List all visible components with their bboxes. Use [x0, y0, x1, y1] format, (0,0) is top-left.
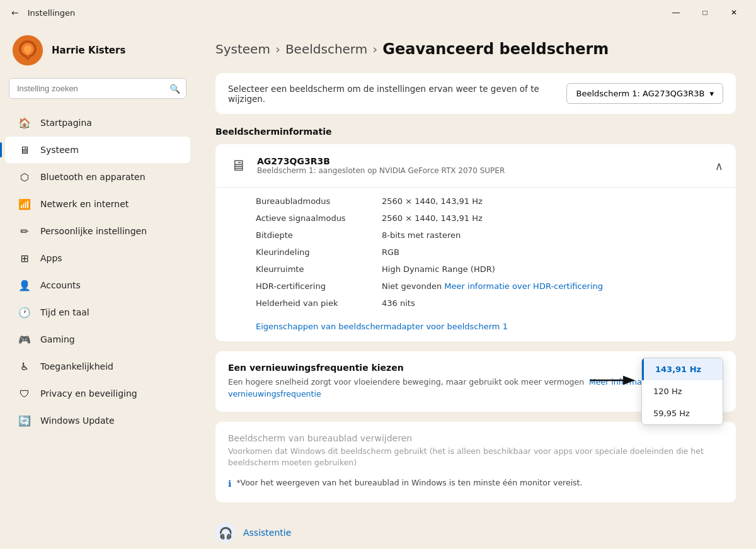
info-label-6: Helderheid van piek: [256, 298, 382, 308]
info-value-1: 2560 × 1440, 143,91 Hz: [382, 213, 723, 223]
monitor-dropdown[interactable]: Beeldscherm 1: AG273QG3R3B ▾: [566, 83, 723, 104]
privacy-icon: 🛡: [18, 387, 32, 400]
sidebar-item-toegankelijkheid[interactable]: ♿ Toegankelijkheid: [5, 353, 190, 380]
sidebar-item-apps[interactable]: ⊞ Apps: [5, 245, 190, 271]
assistant-bar: 🎧 Assistentie: [215, 512, 736, 548]
monitor-model-sub: Beeldscherm 1: aangesloten op NVIDIA GeF…: [257, 166, 505, 175]
sidebar-item-accounts[interactable]: 👤 Accounts: [5, 272, 190, 298]
info-value-5: Niet gevonden Meer informatie over HDR-c…: [382, 281, 723, 291]
nav-label-persoonlijk: Persoonlijke instellingen: [40, 226, 178, 236]
adapter-link-anchor[interactable]: Eigenschappen van beeldschermadapter voo…: [256, 322, 508, 331]
monitor-icon: 🖥: [228, 156, 248, 176]
info-note: ℹ *Voor het weergeven van het bureaublad…: [228, 475, 723, 491]
hdr-cert-link[interactable]: Meer informatie over HDR-certificering: [444, 281, 603, 291]
sidebar-item-bluetooth[interactable]: ⬡ Bluetooth en apparaten: [5, 164, 190, 190]
sidebar-item-startpagina[interactable]: 🏠 Startpagina: [5, 110, 190, 136]
table-row: Helderheid van piek436 nits: [215, 295, 736, 312]
nav-label-privacy: Privacy en beveiliging: [40, 388, 178, 399]
adapter-link[interactable]: Eigenschappen van beeldschermadapter voo…: [215, 317, 736, 341]
systeem-icon: 🖥: [18, 143, 32, 157]
nav-label-systeem: Systeem: [40, 145, 178, 155]
maximize-button[interactable]: □: [690, 3, 719, 23]
nav-label-netwerk: Netwerk en internet: [40, 199, 178, 209]
back-button[interactable]: ←: [8, 6, 23, 19]
breadcrumb-systeem[interactable]: Systeem: [215, 42, 270, 57]
breadcrumb: Systeem › Beeldscherm › Geavanceerd beel…: [215, 40, 736, 58]
titlebar-left: ← Instellingen: [8, 6, 75, 19]
remove-card-title: Beeldscherm van bureaublad verwijderen: [228, 433, 723, 443]
breadcrumb-sep-2: ›: [372, 42, 377, 57]
arrow-indicator: [588, 368, 638, 395]
info-label-4: Kleurruimte: [256, 264, 382, 274]
sidebar-item-netwerk[interactable]: 📶 Netwerk en internet: [5, 191, 190, 217]
table-row: HDR-certificeringNiet gevonden Meer info…: [215, 278, 736, 295]
display-info-card: 🖥 AG273QG3R3B Beeldscherm 1: aangesloten…: [215, 144, 736, 341]
startpagina-icon: 🏠: [18, 116, 32, 130]
table-row: Bureaubladmodus2560 × 1440, 143,91 Hz: [215, 193, 736, 210]
minimize-button[interactable]: —: [662, 3, 690, 23]
refresh-option[interactable]: 143,91 Hz: [642, 358, 723, 380]
remove-card-desc: Voorkomen dat Windows dit beeldscherm ge…: [228, 446, 723, 470]
username-label: Harrie Kisters: [52, 45, 125, 56]
refresh-option[interactable]: 120 Hz: [642, 380, 723, 402]
card-collapse-icon[interactable]: ∧: [715, 159, 723, 173]
netwerk-icon: 📶: [18, 197, 32, 211]
titlebar-title: Instellingen: [28, 8, 76, 18]
table-row: KleurruimteHigh Dynamic Range (HDR): [215, 261, 736, 278]
sidebar-item-privacy[interactable]: 🛡 Privacy en beveiliging: [5, 380, 190, 407]
avatar: [13, 35, 43, 65]
sidebar-item-windows-update[interactable]: 🔄 Windows Update: [5, 407, 190, 434]
info-label-1: Actieve signaalmodus: [256, 213, 382, 223]
persoonlijk-icon: ✏️: [18, 224, 32, 238]
table-row: Bitdiepte8-bits met rasteren: [215, 227, 736, 244]
display-info-table: Bureaubladmodus2560 × 1440, 143,91 HzAct…: [215, 188, 736, 317]
search-bar[interactable]: 🔍: [9, 78, 186, 99]
info-value-6: 436 nits: [382, 298, 723, 308]
remove-desktop-card: Beeldscherm van bureaublad verwijderen V…: [215, 422, 736, 503]
info-value-3: RGB: [382, 247, 723, 257]
info-value-0: 2560 × 1440, 143,91 Hz: [382, 196, 723, 206]
monitor-selector-bar: Selecteer een beeldscherm om de instelli…: [215, 73, 736, 114]
apps-icon: ⊞: [18, 251, 32, 265]
sidebar-item-tijd[interactable]: 🕐 Tijd en taal: [5, 299, 190, 325]
display-info-card-header: 🖥 AG273QG3R3B Beeldscherm 1: aangesloten…: [215, 144, 736, 188]
breadcrumb-beeldscherm[interactable]: Beeldscherm: [285, 42, 367, 57]
main-content: Systeem › Beeldscherm › Geavanceerd beel…: [195, 25, 756, 549]
nav-label-gaming: Gaming: [40, 334, 178, 344]
sidebar: Harrie Kisters 🔍 🏠 Startpagina 🖥 Systeem…: [0, 25, 195, 549]
info-value-4: High Dynamic Range (HDR): [382, 264, 723, 274]
info-label-3: Kleurindeling: [256, 247, 382, 257]
sidebar-item-systeem[interactable]: 🖥 Systeem: [5, 137, 190, 163]
info-label-0: Bureaubladmodus: [256, 196, 382, 206]
search-input[interactable]: [9, 78, 186, 99]
close-button[interactable]: ✕: [719, 3, 748, 23]
app-body: Harrie Kisters 🔍 🏠 Startpagina 🖥 Systeem…: [0, 25, 756, 549]
nav-label-accounts: Accounts: [40, 280, 178, 290]
sidebar-item-gaming[interactable]: 🎮 Gaming: [5, 326, 190, 353]
sidebar-profile: Harrie Kisters: [0, 25, 195, 78]
windows-update-icon: 🔄: [18, 414, 32, 427]
search-icon: 🔍: [169, 84, 180, 94]
assistant-label[interactable]: Assistentie: [243, 528, 291, 538]
table-row: Actieve signaalmodus2560 × 1440, 143,91 …: [215, 210, 736, 227]
refresh-dropdown: 143,91 Hz120 Hz59,95 Hz: [641, 358, 723, 425]
accounts-icon: 👤: [18, 278, 32, 292]
bluetooth-icon: ⬡: [18, 170, 32, 184]
gaming-icon: 🎮: [18, 332, 32, 346]
monitor-dropdown-value: Beeldscherm 1: AG273QG3R3B: [576, 89, 704, 98]
tijd-icon: 🕐: [18, 305, 32, 319]
monitor-model-name: AG273QG3R3B: [257, 156, 505, 166]
sidebar-nav: 🏠 Startpagina 🖥 Systeem ⬡ Bluetooth en a…: [0, 109, 195, 434]
refresh-rate-desc-text: Een hogere snelheid zorgt voor vloeiende…: [228, 377, 584, 387]
refresh-option[interactable]: 59,95 Hz: [642, 402, 723, 424]
info-value-2: 8-bits met rasteren: [382, 230, 723, 240]
breadcrumb-current: Geavanceerd beeldscherm: [382, 40, 609, 58]
info-label-5: HDR-certificering: [256, 281, 382, 291]
nav-label-startpagina: Startpagina: [40, 118, 178, 128]
table-row: KleurindelingRGB: [215, 244, 736, 261]
sidebar-item-persoonlijk[interactable]: ✏️ Persoonlijke instellingen: [5, 218, 190, 244]
monitor-selector-text: Selecteer een beeldscherm om de instelli…: [228, 84, 554, 104]
info-label-2: Bitdiepte: [256, 230, 382, 240]
titlebar: ← Instellingen — □ ✕: [0, 0, 756, 25]
nav-label-apps: Apps: [40, 253, 178, 263]
